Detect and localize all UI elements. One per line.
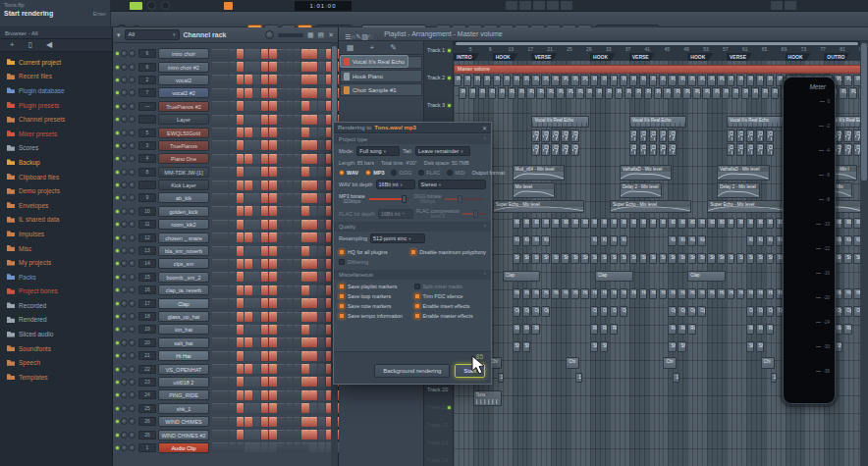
channel-led[interactable] [116, 223, 119, 226]
channel-pan-knob[interactable] [121, 129, 128, 136]
clip-kick[interactable]: Kick [766, 235, 774, 246]
section-marker-verse[interactable]: VERSE [727, 53, 752, 61]
section-miscellaneous[interactable]: Miscellaneous^ [334, 270, 491, 280]
step-cell[interactable] [286, 259, 294, 269]
clip-sh-1[interactable]: Sh.1 [678, 341, 685, 352]
clip-pl-w[interactable]: PL w [531, 75, 539, 86]
playlist-horizontal-scrollbar[interactable] [454, 41, 868, 45]
clip-vocal-it-s-real-echo[interactable]: Vocal It's Real Echo [727, 116, 785, 128]
step-cell[interactable] [318, 364, 326, 374]
channel-vol-knob[interactable] [129, 286, 136, 293]
clip-80-s[interactable]: 80.s [639, 218, 647, 229]
top-button[interactable] [533, 1, 545, 10]
step-cell[interactable] [269, 312, 277, 322]
clip-snare[interactable]: Snare [541, 253, 549, 264]
step-cell[interactable] [229, 206, 237, 216]
step-cell[interactable] [294, 193, 301, 203]
clip-hi-h[interactable]: Hi.h [561, 288, 569, 299]
step-cell[interactable] [220, 403, 228, 413]
step-cell[interactable] [277, 377, 285, 387]
step-cell[interactable] [294, 259, 301, 269]
step-cell[interactable] [269, 233, 277, 242]
clip-pl-w[interactable]: PL w [517, 87, 525, 99]
clip-mud-x64-mix-level[interactable]: Mud_x64 - Mix level [513, 165, 566, 181]
step-cell[interactable] [237, 62, 244, 72]
track-name[interactable]: Track 2 [427, 75, 445, 80]
step-cell[interactable] [309, 312, 317, 322]
step-cell[interactable] [261, 246, 269, 256]
step-cell[interactable] [212, 233, 220, 242]
clip-hi-h[interactable]: Hi.h [580, 288, 588, 299]
clip-pl-w[interactable]: PL w [659, 75, 667, 86]
clip-ch-r[interactable]: Ch.R [756, 143, 764, 156]
channel-led[interactable] [116, 368, 119, 371]
step-cell[interactable] [220, 128, 228, 137]
step-cell[interactable] [212, 206, 220, 216]
step-cell[interactable] [244, 298, 252, 308]
step-cell[interactable] [244, 167, 252, 177]
clip-hi-h[interactable]: Hi.h [620, 288, 627, 299]
clip-hi-h[interactable]: Hi.h [610, 288, 618, 299]
clip-pl-w[interactable]: PL w [478, 87, 486, 99]
step-cell[interactable] [252, 417, 260, 427]
step-cell[interactable] [301, 351, 309, 361]
clip-hi-h[interactable]: Hi.h [629, 288, 637, 299]
step-cell[interactable] [286, 272, 294, 282]
step-cell[interactable] [220, 233, 228, 242]
top-button[interactable] [561, 1, 572, 10]
clip-pl-w[interactable]: PL w [459, 87, 466, 99]
step-cell[interactable] [294, 390, 301, 400]
step-cell[interactable] [244, 220, 252, 230]
step-cell[interactable] [294, 430, 301, 440]
step-cell[interactable] [229, 75, 237, 84]
browser-item-scores[interactable]: Scores [0, 141, 112, 156]
channel-pan-knob[interactable] [121, 352, 128, 359]
top-button[interactable] [506, 1, 517, 10]
step-cell[interactable] [237, 115, 244, 125]
step-cell[interactable] [252, 430, 260, 440]
clip-pl-w[interactable]: PL w [536, 87, 544, 99]
step-cell[interactable] [318, 351, 326, 361]
clip-snare[interactable]: Snare [629, 253, 637, 264]
channel-led[interactable] [116, 171, 119, 174]
step-cell[interactable] [294, 75, 301, 84]
step-cell[interactable] [318, 181, 326, 190]
channel-button[interactable]: EWQL50Gold [158, 128, 209, 138]
step-cell[interactable] [309, 246, 317, 256]
clip-ride[interactable]: Ride [843, 324, 851, 335]
clip-ride[interactable]: Ride [522, 324, 530, 335]
clip-op-1[interactable]: Op.1 [678, 306, 685, 317]
clip-ch-r[interactable]: Ch.R [736, 129, 744, 142]
step-cell[interactable] [309, 154, 317, 164]
channel-led[interactable] [116, 328, 119, 331]
clip-ch-r[interactable]: Ch.R [561, 143, 569, 156]
browser-item-project-bones[interactable]: Project bones [0, 285, 112, 299]
clip-snare[interactable]: Snare [561, 253, 569, 264]
step-cell[interactable] [294, 377, 301, 387]
clip-80-s[interactable]: 80.s [678, 218, 685, 229]
step-cell[interactable] [220, 285, 228, 295]
clip-snare[interactable]: Snare [570, 253, 578, 264]
channel-button[interactable]: vocal2 #2 [158, 87, 209, 98]
channel-led[interactable] [116, 144, 119, 147]
track-name[interactable]: Track 3 [427, 102, 445, 108]
clip-snare[interactable]: Snare [590, 253, 598, 264]
step-cell[interactable] [261, 259, 269, 269]
clip-pl-w[interactable]: PL w [727, 75, 734, 86]
step-cell[interactable] [318, 128, 326, 137]
clip-pl-w[interactable]: PL w [580, 75, 588, 86]
flac-compression-slider[interactable] [462, 210, 486, 218]
step-cell[interactable] [318, 337, 326, 347]
clip-hi-h[interactable]: Hi.h [843, 288, 851, 299]
step-cell[interactable] [286, 390, 294, 400]
step-cell[interactable] [229, 417, 237, 427]
top-button[interactable] [785, 1, 796, 10]
pattern-item-vocal-it-s-real-echo[interactable]: Vocal It's Real Echo [340, 55, 408, 68]
clip-ch-r[interactable]: Ch.R [727, 143, 734, 156]
step-cell[interactable] [220, 101, 228, 111]
checkbox-save-playlist-markers[interactable]: Save playlist markers [339, 282, 411, 291]
step-cell[interactable] [277, 298, 285, 308]
step-cell[interactable] [220, 220, 228, 230]
browser-item-templates[interactable]: Templates [0, 370, 112, 385]
clip-pl-w[interactable]: PL w [712, 87, 720, 99]
